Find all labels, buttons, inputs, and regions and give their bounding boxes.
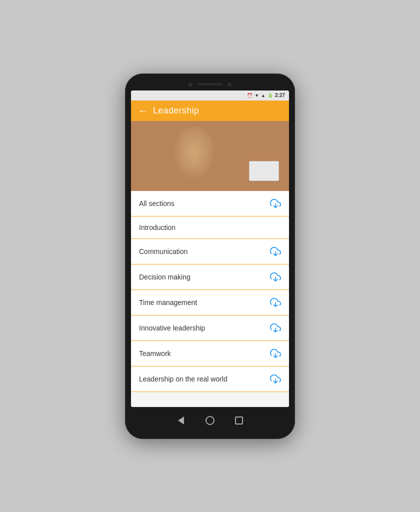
download-icon-communication[interactable] <box>270 246 281 257</box>
section-label-innovative-leadership: Innovative leadership <box>139 324 205 332</box>
status-icons: ⏰ ▼ ▲ 🔋 <box>247 93 273 98</box>
phone-device: ⏰ ▼ ▲ 🔋 2:27 ← Leadership All <box>125 74 295 439</box>
phone-top-physical <box>131 82 289 86</box>
bottom-whitespace <box>131 392 289 407</box>
section-label-leadership-real-world: Leadership on the real world <box>139 375 228 383</box>
home-circle-icon <box>206 416 214 425</box>
section-label-introduction: Introduction <box>139 224 176 232</box>
app-bar: ← Leadership <box>131 100 289 121</box>
section-item-communication[interactable]: Communication <box>131 239 289 264</box>
section-label-decision-making: Decision making <box>139 273 190 281</box>
hero-laptop <box>249 161 279 181</box>
battery-icon: 🔋 <box>268 93 273 98</box>
nav-home-button[interactable] <box>204 415 216 426</box>
section-item-leadership-real-world[interactable]: Leadership on the real world <box>131 366 289 392</box>
download-icon-innovative-leadership[interactable] <box>270 322 281 334</box>
phone-screen: ⏰ ▼ ▲ 🔋 2:27 ← Leadership All <box>131 90 289 407</box>
section-item-teamwork[interactable]: Teamwork <box>131 341 289 366</box>
hero-person-image <box>131 121 289 191</box>
section-item-decision-making[interactable]: Decision making <box>131 264 289 290</box>
back-triangle-icon <box>178 416 184 424</box>
download-icon-teamwork[interactable] <box>270 348 281 359</box>
status-time: 2:27 <box>275 92 285 98</box>
download-icon-all-sections[interactable] <box>270 198 281 209</box>
back-button[interactable]: ← <box>138 106 148 116</box>
wifi-icon: ▼ <box>254 93 259 98</box>
section-label-all-sections: All sections <box>139 200 174 208</box>
section-item-all-sections[interactable]: All sections <box>131 191 289 216</box>
download-icon-decision-making[interactable] <box>270 272 281 282</box>
nav-back-button[interactable] <box>176 415 186 426</box>
section-label-time-management: Time management <box>139 298 197 306</box>
section-label-communication: Communication <box>139 248 188 256</box>
signal-icon: ▲ <box>261 93 266 98</box>
phone-nav-bar <box>131 411 289 428</box>
section-item-introduction[interactable]: Introduction <box>131 216 289 239</box>
front-camera <box>188 82 192 86</box>
download-icon-time-management[interactable] <box>270 297 281 308</box>
section-list: All sections Introduction Communication <box>131 191 289 407</box>
status-bar: ⏰ ▼ ▲ 🔋 2:27 <box>131 90 289 100</box>
recents-square-icon <box>235 416 243 424</box>
app-bar-title: Leadership <box>153 106 199 116</box>
earpiece-speaker <box>198 83 222 86</box>
front-sensor <box>228 82 232 86</box>
hero-image <box>131 121 289 191</box>
section-label-teamwork: Teamwork <box>139 350 171 358</box>
section-item-innovative-leadership[interactable]: Innovative leadership <box>131 316 289 341</box>
alarm-icon: ⏰ <box>247 93 252 98</box>
nav-recents-button[interactable] <box>234 415 244 426</box>
section-item-time-management[interactable]: Time management <box>131 290 289 316</box>
download-icon-leadership-real-world[interactable] <box>270 374 281 384</box>
